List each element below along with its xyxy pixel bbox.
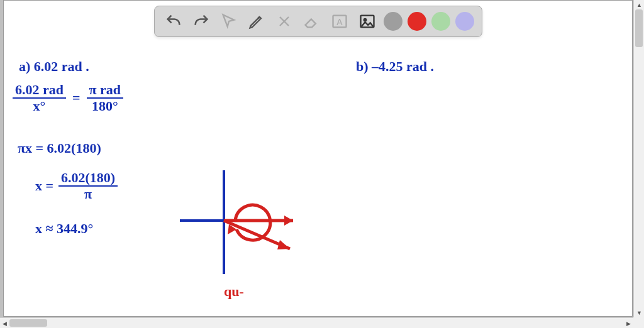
angle-sketch: [167, 164, 312, 290]
undo-button[interactable]: [162, 10, 185, 33]
eq3-num: 6.02(180): [58, 170, 118, 187]
eraser-tool[interactable]: [301, 10, 323, 33]
label-b: b) –4.25 rad .: [356, 58, 434, 75]
scroll-up-arrow[interactable]: ▲: [634, 0, 644, 9]
pointer-tool[interactable]: [218, 10, 240, 33]
eq1-lhs-den: x°: [13, 99, 66, 114]
sketch-label: qu-: [224, 283, 244, 300]
eq1-equals: =: [72, 90, 80, 106]
scroll-right-arrow[interactable]: ▶: [624, 318, 633, 328]
horizontal-scrollbar[interactable]: ◀ ▶: [0, 317, 633, 328]
redo-button[interactable]: [190, 10, 213, 33]
scrollbar-corner: [633, 317, 644, 328]
equation-4: x ≈ 344.9°: [35, 221, 93, 237]
color-gray[interactable]: [384, 12, 402, 31]
label-a: a) 6.02 rad .: [19, 58, 89, 75]
eq3-den: π: [58, 187, 118, 202]
scroll-thumb-h[interactable]: [9, 319, 47, 327]
whiteboard-canvas[interactable]: A a) 6.02 rad . b) –4.25 rad . 6.02 rad …: [3, 0, 633, 317]
equation-1: 6.02 rad x° = π rad 180°: [13, 82, 123, 114]
color-green[interactable]: [431, 12, 450, 31]
tools-icon[interactable]: [273, 10, 296, 33]
eq1-rhs-num: π rad: [87, 82, 124, 99]
equation-3: x = 6.02(180) π: [35, 170, 118, 202]
scroll-left-arrow[interactable]: ◀: [0, 318, 9, 328]
svg-marker-7: [284, 216, 293, 226]
svg-text:A: A: [336, 17, 343, 27]
eq1-rhs-den: 180°: [87, 99, 124, 114]
scroll-down-arrow[interactable]: ▼: [634, 308, 644, 317]
drawing-toolbar: A: [154, 6, 482, 37]
image-tool[interactable]: [356, 10, 379, 33]
text-box-tool[interactable]: A: [328, 10, 351, 33]
scroll-thumb-v[interactable]: [635, 9, 643, 47]
eq3-lhs: x =: [35, 178, 53, 194]
eq1-lhs-num: 6.02 rad: [13, 82, 66, 99]
vertical-scrollbar[interactable]: ▲ ▼: [633, 0, 644, 317]
svg-point-3: [364, 19, 366, 21]
pencil-tool[interactable]: [245, 10, 268, 33]
svg-marker-9: [277, 240, 290, 249]
equation-2: πx = 6.02(180): [18, 140, 101, 156]
color-red[interactable]: [408, 12, 426, 31]
color-purple[interactable]: [455, 12, 474, 31]
